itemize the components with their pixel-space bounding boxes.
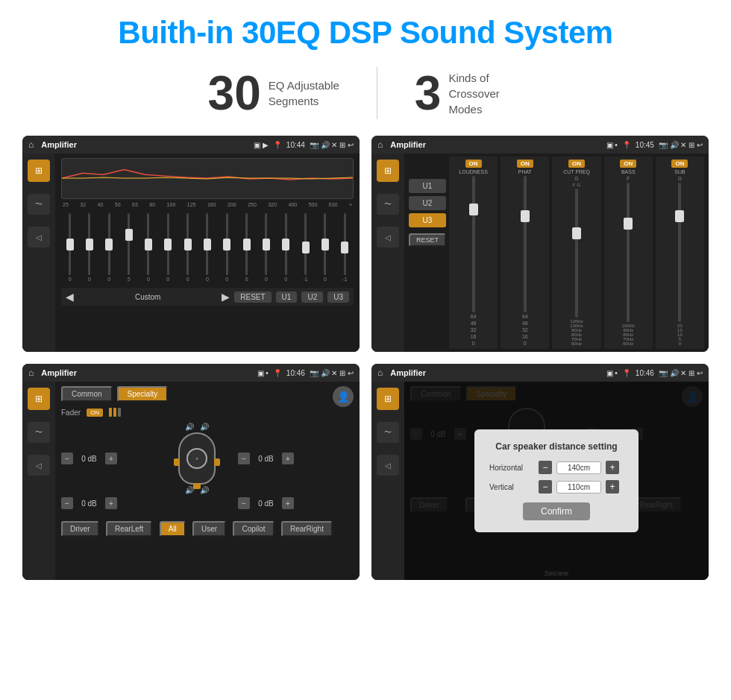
home-icon-1[interactable]: ⌂ — [28, 139, 34, 150]
play-next-btn[interactable]: ▶ — [222, 291, 230, 303]
common-tab-3[interactable]: Common — [61, 386, 113, 402]
plus-br[interactable]: + — [282, 497, 294, 509]
u3-btn[interactable]: U3 — [409, 213, 446, 227]
home-icon-2[interactable]: ⌂ — [377, 139, 383, 150]
home-icon-4[interactable]: ⌂ — [377, 368, 383, 378]
fader-on[interactable]: ON — [87, 409, 103, 417]
eq-icon-btn-3[interactable]: ⊞ — [28, 388, 50, 410]
wave-icon-btn[interactable]: 〜 — [28, 194, 50, 215]
sub-on[interactable]: ON — [671, 160, 688, 168]
eq-slider-4[interactable]: 5 — [120, 213, 137, 282]
u1-btn-1[interactable]: U1 — [276, 291, 298, 303]
screen2-body: ⊞ 〜 ◁ U1 U2 U3 RESET ON LO — [371, 154, 709, 352]
all-btn[interactable]: All — [160, 521, 186, 537]
rearleft-btn[interactable]: RearLeft — [106, 521, 152, 537]
stats-row: 30 EQ AdjustableSegments 3 Kinds ofCross… — [0, 58, 731, 136]
u2-btn[interactable]: U2 — [409, 196, 446, 210]
eq-slider-1[interactable]: 0 — [61, 213, 78, 282]
horizontal-minus[interactable]: − — [539, 461, 552, 474]
vertical-plus[interactable]: + — [606, 480, 619, 494]
u3-btn-1[interactable]: U3 — [327, 291, 349, 303]
dsp-reset-btn[interactable]: RESET — [409, 233, 446, 247]
avatar-icon-3[interactable]: 👤 — [333, 386, 354, 407]
stat-eq: 30 EQ AdjustableSegments — [171, 66, 377, 121]
vol-icon-btn-4[interactable]: ◁ — [377, 455, 399, 476]
screen-eq: ⌂ Amplifier ▣ ▶ 📍 10:44 📷 🔊 ✕ ⊞ ↩ ⊞ 〜 ◁ — [22, 136, 360, 352]
screen4-body: ⊞ 〜 ◁ Common Specialty −0 dB+ −0 dB+ — [371, 382, 709, 580]
eq-slider-7[interactable]: 0 — [179, 213, 196, 282]
wave-icon-btn-4[interactable]: 〜 — [377, 422, 399, 443]
eq-freq-labels: 2532405063 80100125160200 25032040050063… — [61, 202, 354, 207]
eq-slider-11[interactable]: 0 — [257, 213, 274, 282]
phat-on[interactable]: ON — [517, 160, 533, 168]
stat-crossover: 3 Kinds ofCrossover Modes — [377, 66, 561, 121]
minus-tl[interactable]: − — [61, 453, 73, 464]
eq-icon-btn[interactable]: ⊞ — [28, 160, 50, 182]
eq-slider-5[interactable]: 0 — [139, 213, 157, 282]
cutfreq-slider[interactable] — [575, 189, 578, 318]
eq-icon-btn-2[interactable]: ⊞ — [377, 160, 399, 182]
dsp-channel-bass: ON BASS F 100Hz90Hz80Hz70Hz60Hz — [604, 157, 653, 349]
eq-slider-13[interactable]: -1 — [297, 213, 314, 282]
dsp-channel-cutfreq: ON CUT FREQ G FG 120Hz100Hz90Hz80Hz70Hz6… — [552, 157, 600, 349]
confirm-button[interactable]: Confirm — [523, 502, 590, 520]
cutfreq-on[interactable]: ON — [568, 160, 585, 168]
db-val-br: 0 dB — [253, 499, 279, 508]
wave-icon-btn-3[interactable]: 〜 — [28, 422, 50, 443]
phat-slider[interactable] — [524, 176, 527, 312]
loudness-on[interactable]: ON — [465, 160, 482, 168]
home-icon-3[interactable]: ⌂ — [28, 368, 34, 378]
screen2-icons: ▣ • — [606, 141, 618, 149]
u1-btn[interactable]: U1 — [409, 179, 446, 193]
play-prev-btn[interactable]: ◀ — [66, 291, 74, 303]
car-diagram: 🔊 🔊 + — [159, 423, 235, 494]
user-btn[interactable]: User — [192, 521, 226, 537]
loudness-slider[interactable] — [472, 176, 475, 312]
eq-icon-btn-4[interactable]: ⊞ — [377, 388, 399, 410]
horizontal-input[interactable]: 140cm — [556, 461, 601, 474]
copilot-btn[interactable]: Copilot — [233, 521, 274, 537]
eq-slider-12[interactable]: 0 — [277, 213, 295, 282]
eq-slider-15[interactable]: -1 — [336, 213, 354, 282]
status-bar-4: ⌂ Amplifier ▣ • 📍 10:46 📷 🔊 ✕ ⊞ ↩ — [371, 364, 709, 382]
plus-tl[interactable]: + — [105, 453, 117, 464]
plus-bl[interactable]: + — [105, 497, 117, 509]
eq-bottom-bar: ◀ Custom ▶ RESET U1 U2 U3 — [61, 288, 354, 306]
eq-slider-6[interactable]: 0 — [160, 213, 177, 282]
eq-slider-2[interactable]: 0 — [81, 213, 98, 282]
steering-wheel: + — [186, 448, 207, 469]
wave-icon-btn-2[interactable]: 〜 — [377, 194, 399, 215]
specialty-tab-3[interactable]: Specialty — [117, 386, 169, 402]
vol-icon-btn-2[interactable]: ◁ — [377, 227, 399, 247]
right-arrow — [214, 458, 220, 466]
rearright-btn[interactable]: RearRight — [281, 521, 333, 537]
minus-tr[interactable]: − — [238, 453, 250, 464]
fader-bar-1 — [109, 408, 112, 417]
db-val-tl: 0 dB — [76, 455, 102, 463]
eq-sliders-row: 0 0 0 5 0 — [61, 210, 354, 285]
bass-on[interactable]: ON — [620, 160, 636, 168]
eq-slider-14[interactable]: 0 — [316, 213, 333, 282]
minus-br[interactable]: − — [238, 497, 250, 509]
horizontal-plus[interactable]: + — [606, 461, 619, 474]
driver-btn[interactable]: Driver — [61, 521, 99, 537]
vol-icon-btn-3[interactable]: ◁ — [28, 455, 50, 476]
plus-tr[interactable]: + — [282, 453, 294, 464]
fader-bars — [109, 408, 121, 417]
bass-slider[interactable] — [627, 183, 630, 322]
u2-btn-1[interactable]: U2 — [301, 291, 323, 303]
eq-slider-3[interactable]: 0 — [101, 213, 118, 282]
fader-bar-3 — [118, 408, 121, 417]
eq-slider-8[interactable]: 0 — [198, 213, 216, 282]
screen1-body: ⊞ 〜 ◁ 2532405063 80100125160200 25032040… — [22, 154, 360, 352]
sub-slider[interactable] — [678, 183, 681, 322]
minus-bl[interactable]: − — [61, 497, 73, 509]
reset-btn-1[interactable]: RESET — [234, 291, 271, 303]
vertical-minus[interactable]: − — [539, 480, 552, 494]
vertical-input[interactable]: 110cm — [556, 481, 601, 494]
eq-slider-10[interactable]: 0 — [238, 213, 255, 282]
dsp-channel-sub: ON SUB G 20151050 — [656, 157, 704, 349]
vol-icon-btn[interactable]: ◁ — [28, 227, 50, 247]
eq-slider-9[interactable]: 0 — [219, 213, 236, 282]
screen3-title: Amplifier — [41, 368, 252, 377]
